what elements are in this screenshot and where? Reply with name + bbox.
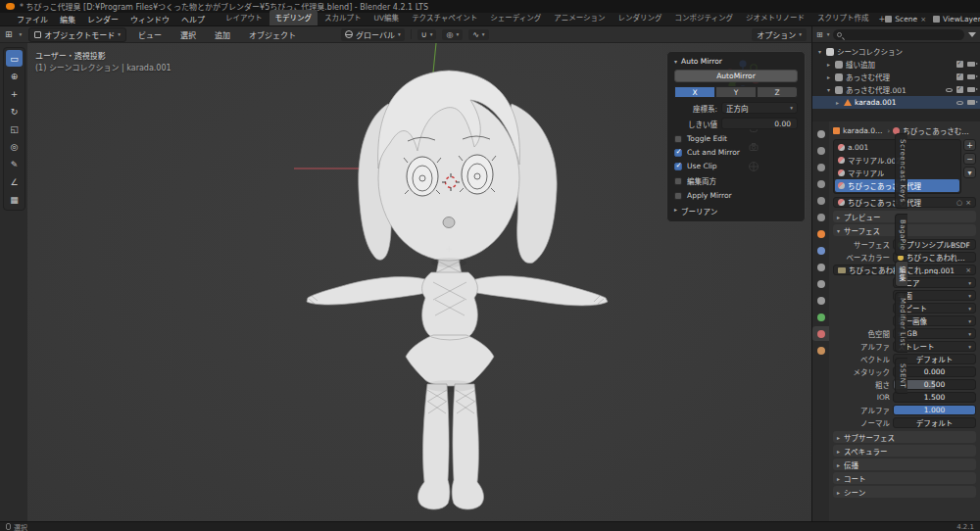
expand-caret-icon[interactable]: ▾ bbox=[816, 48, 823, 55]
automirror-option-row[interactable]: Toggle Edit bbox=[674, 134, 798, 143]
checkbox[interactable] bbox=[674, 149, 682, 157]
properties-tab[interactable] bbox=[812, 260, 829, 274]
sidebar-tab[interactable]: Screencast Keys bbox=[895, 133, 907, 209]
collapsed-section-header[interactable]: ▸シーン bbox=[833, 486, 976, 498]
properties-tab[interactable] bbox=[812, 276, 829, 291]
alpha-slider[interactable]: 1.000 bbox=[893, 405, 976, 415]
render-camera-icon[interactable] bbox=[967, 87, 975, 92]
breadcrumb-object[interactable]: karada.001 bbox=[843, 126, 884, 135]
workspace-tab[interactable]: コンポジティング bbox=[669, 10, 740, 25]
editor-type-icon[interactable]: ⊞ bbox=[5, 29, 13, 39]
hide-eye-icon[interactable] bbox=[946, 88, 953, 92]
header-menu-item[interactable]: ビュー bbox=[133, 29, 167, 40]
mode-dropdown[interactable]: オブジェクトモード ▾ bbox=[28, 27, 126, 42]
properties-tab[interactable] bbox=[812, 210, 829, 224]
render-camera-icon[interactable] bbox=[967, 74, 975, 79]
expand-caret-icon[interactable]: ▸ bbox=[825, 61, 832, 68]
properties-tab[interactable] bbox=[812, 226, 829, 241]
workspace-tab[interactable]: UV編集 bbox=[368, 10, 406, 25]
orientation-dropdown[interactable]: 正方向▾ bbox=[721, 102, 798, 114]
workspace-tab[interactable]: アニメーション bbox=[548, 10, 611, 25]
properties-tab[interactable] bbox=[812, 293, 829, 308]
properties-tab[interactable] bbox=[812, 193, 829, 208]
properties-tab[interactable] bbox=[812, 126, 829, 141]
threshold-field[interactable]: 0.00 bbox=[721, 118, 798, 129]
header-menu-item[interactable]: 追加 bbox=[210, 29, 235, 40]
add-workspace-button[interactable]: + bbox=[879, 15, 886, 24]
tool-button[interactable]: ▭ bbox=[6, 50, 23, 67]
properties-tab[interactable] bbox=[812, 243, 829, 258]
proportional-editing-toggle[interactable]: ◎▾ bbox=[442, 29, 463, 40]
automirror-option-row[interactable]: 編集両方 bbox=[674, 175, 798, 186]
sidebar-tab[interactable]: 編集 bbox=[895, 261, 907, 287]
hide-eye-icon[interactable] bbox=[956, 101, 963, 105]
workspace-tab[interactable]: ジオメトリノード bbox=[740, 10, 810, 25]
mirror-axis-button[interactable]: X bbox=[674, 86, 715, 98]
workspace-tab[interactable]: シェーディング bbox=[484, 10, 547, 25]
sidebar-tab[interactable]: SSENT bbox=[895, 358, 907, 394]
remove-slot-button[interactable]: − bbox=[963, 153, 976, 165]
tool-button[interactable]: + bbox=[6, 85, 23, 102]
outliner-row[interactable]: ▸ あっさむ代理 bbox=[812, 71, 980, 83]
tool-button[interactable]: ⊕ bbox=[6, 68, 23, 84]
expand-caret-icon[interactable]: ▸ bbox=[825, 73, 832, 80]
normal-default-button[interactable]: デフォルト bbox=[893, 417, 976, 428]
workspace-tab[interactable]: モデリング bbox=[270, 10, 318, 25]
viewlayer-selector[interactable]: ViewLayer × bbox=[933, 15, 980, 24]
outliner-row[interactable]: ▾ シーンコレクション bbox=[812, 45, 980, 58]
checkbox[interactable] bbox=[674, 135, 682, 143]
workspace-tab[interactable]: スクリプト作成 bbox=[811, 10, 875, 25]
falloff-dropdown[interactable]: ∿▾ bbox=[468, 29, 488, 40]
menu-item[interactable]: ウィンドウ bbox=[125, 14, 174, 24]
checkbox[interactable] bbox=[674, 192, 682, 200]
tool-button[interactable]: ∠ bbox=[6, 173, 23, 190]
unlink-button[interactable]: × bbox=[965, 199, 971, 207]
properties-tab[interactable] bbox=[812, 326, 829, 341]
slot-specials-button[interactable]: ▾ bbox=[963, 167, 976, 178]
collapsed-section-header[interactable]: ▸伝播 bbox=[833, 459, 976, 470]
automirror-option-row[interactable]: Cut and Mirror bbox=[674, 148, 798, 157]
expand-caret-icon[interactable]: ▸ bbox=[834, 99, 841, 106]
sidebar-tab[interactable]: BagaPie bbox=[895, 214, 907, 257]
menu-item[interactable]: ファイル bbox=[12, 14, 53, 24]
mirror-axis-button[interactable]: Y bbox=[715, 86, 757, 98]
header-menu-item[interactable]: 選択 bbox=[175, 29, 201, 40]
automirror-button[interactable]: AutoMirror bbox=[674, 70, 798, 82]
properties-tab[interactable] bbox=[812, 160, 829, 174]
header-menu-item[interactable]: オブジェクト bbox=[244, 29, 301, 40]
auto-mirror-header[interactable]: ▾ Auto Mirror bbox=[674, 57, 798, 66]
exclude-checkbox[interactable] bbox=[956, 73, 963, 80]
tool-button[interactable]: ✎ bbox=[6, 156, 23, 172]
properties-tab[interactable] bbox=[812, 310, 829, 324]
sidebar-tab[interactable]: Modifier List bbox=[895, 292, 907, 352]
scene-selector[interactable]: Scene × bbox=[885, 15, 926, 24]
viewport-3d[interactable]: ユーザー・透視投影 (1) シーンコレクション | karada.001 ▾ bbox=[27, 43, 811, 521]
collapsed-section-header[interactable]: ▸コート bbox=[833, 472, 976, 484]
filter-icon[interactable] bbox=[968, 32, 976, 37]
exclude-checkbox[interactable] bbox=[956, 86, 963, 93]
collapsed-section-header[interactable]: ▸スペキュラー bbox=[833, 445, 976, 457]
breadcrumb-material[interactable]: ちびっこあっさむ代理 bbox=[903, 125, 976, 136]
properties-tab[interactable] bbox=[812, 343, 829, 358]
tool-button[interactable]: ◎ bbox=[6, 138, 23, 155]
menu-item[interactable]: ヘルプ bbox=[176, 14, 210, 24]
tool-button[interactable]: ▦ bbox=[6, 191, 23, 208]
render-camera-icon[interactable] bbox=[967, 62, 975, 67]
scene-unlink-icon[interactable]: × bbox=[920, 16, 926, 24]
tool-button[interactable]: ◱ bbox=[6, 121, 23, 137]
checkbox[interactable] bbox=[674, 177, 682, 185]
outliner-search-input[interactable] bbox=[833, 29, 964, 40]
mirror-axis-button[interactable]: Z bbox=[757, 86, 798, 98]
menu-item[interactable]: 編集 bbox=[55, 14, 80, 24]
expand-caret-icon[interactable]: ▾ bbox=[825, 86, 832, 93]
outliner-row[interactable]: ▸ karada.001 bbox=[812, 96, 980, 109]
fake-user-button[interactable]: ○ bbox=[956, 199, 962, 207]
workspace-tab[interactable]: レイアウト bbox=[220, 10, 269, 25]
snap-toggle[interactable]: ∪▾ bbox=[417, 29, 437, 40]
add-slot-button[interactable]: + bbox=[963, 139, 976, 151]
properties-tab[interactable] bbox=[812, 143, 829, 158]
properties-tab[interactable] bbox=[812, 176, 829, 191]
outliner-row[interactable]: ▾ あっさむ代理.001 bbox=[812, 83, 980, 96]
exclude-checkbox[interactable] bbox=[956, 61, 963, 68]
automirror-option-row[interactable]: Apply Mirror bbox=[674, 191, 798, 200]
